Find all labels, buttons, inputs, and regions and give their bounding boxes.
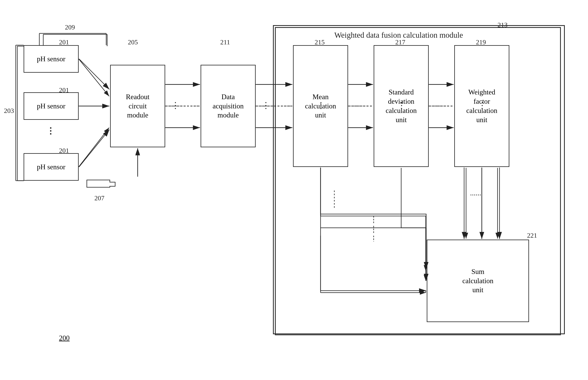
sum-label: Sumcalculationunit: [462, 267, 493, 295]
ref-221: 221: [527, 232, 537, 239]
sensor3-label: pH sensor: [37, 162, 65, 172]
ref-219: 219: [476, 38, 486, 46]
ref-203: 203: [4, 107, 14, 114]
ref-200: 200: [59, 334, 70, 342]
ref-213: 213: [498, 21, 507, 29]
sum-box: Sumcalculationunit: [427, 240, 529, 322]
temperature-sensor: [86, 177, 126, 190]
dots-stddev: ⋮: [397, 100, 406, 110]
readout-label: Readoutcircuitmodule: [126, 92, 149, 120]
ref-217: 217: [395, 38, 405, 46]
dots-readout-out: ⋮: [171, 100, 180, 110]
sensor3-box: pH sensor: [24, 153, 79, 181]
sensor1-box: pH sensor: [24, 45, 79, 73]
dots-sensors: ⋮: [46, 126, 55, 136]
ref-201-2: 201: [59, 86, 69, 94]
data-acq-label: Dataacquisitionmodule: [212, 92, 244, 120]
ref-207: 207: [94, 194, 105, 202]
ref-201-1: 201: [59, 38, 69, 46]
sensor1-label: pH sensor: [37, 54, 65, 64]
svg-line-42: [79, 59, 109, 89]
sensor2-label: pH sensor: [37, 101, 65, 111]
dots-weighted: ⋮: [478, 100, 486, 110]
dots-mean: ⋮: [317, 100, 325, 110]
module-title: Weighted data fusion calculation module: [334, 30, 463, 40]
dots-above-sum: ······: [470, 190, 481, 199]
svg-line-9: [79, 59, 109, 96]
ref-205: 205: [128, 38, 138, 46]
ref-211: 211: [220, 38, 230, 46]
sensor2-box: pH sensor: [24, 92, 79, 120]
ref-209: 209: [65, 24, 75, 31]
data-acq-box: Dataacquisitionmodule: [201, 65, 256, 147]
diagram-container: pH sensor pH sensor pH sensor ⋮ Readoutc…: [0, 0, 588, 380]
readout-box: Readoutcircuitmodule: [110, 65, 165, 147]
ref-215: 215: [315, 38, 325, 46]
dots-data-acq-out: ⋮: [262, 100, 270, 110]
svg-line-44: [79, 130, 109, 167]
svg-line-11: [79, 128, 109, 167]
ref-201-3: 201: [59, 147, 69, 154]
